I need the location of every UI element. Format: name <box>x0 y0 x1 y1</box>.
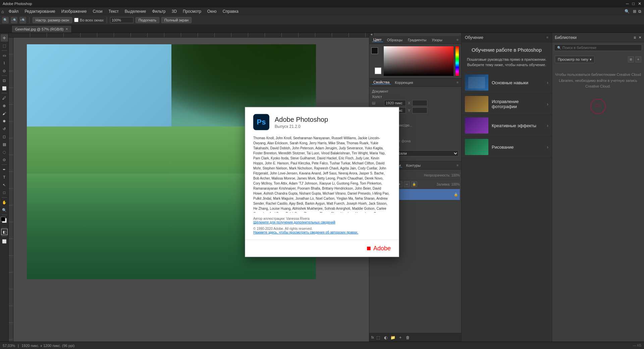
color-swatches-area[interactable] <box>371 47 381 74</box>
menu-item-view[interactable]: Просмотр <box>180 8 204 14</box>
frame-tool[interactable]: ⬜ <box>1 85 8 92</box>
panels-collapse-bar[interactable]: ◀ <box>369 33 373 36</box>
title-bar-controls[interactable]: ─ □ ✕ <box>626 1 641 6</box>
dodge-tool[interactable]: ⊙ <box>1 156 8 163</box>
eraser-tool[interactable]: ◻ <box>1 133 8 140</box>
quick-mask-tool[interactable]: ◧ <box>1 229 8 235</box>
menu-item-filter[interactable]: Фильтр <box>149 8 168 14</box>
learn-card-photo[interactable]: Исправление фотографии › <box>462 94 552 115</box>
zoom-in-icon[interactable]: +🔍 <box>19 17 26 23</box>
dialog-copyright-link[interactable]: Нажмите здесь, чтобы просмотреть сведени… <box>253 231 358 234</box>
delete-layer-button[interactable]: 🗑 <box>405 335 411 341</box>
history-brush-tool[interactable]: ↺ <box>1 125 8 133</box>
lock-icon-3[interactable]: ↔ <box>404 181 410 187</box>
screen-mode-tool[interactable]: ⬜ <box>1 238 8 245</box>
properties-tab-label[interactable]: Свойства <box>372 80 391 85</box>
zoom-tool[interactable]: 🔍 <box>1 206 8 214</box>
text-tool[interactable]: T <box>1 173 8 181</box>
libraries-search[interactable]: 🔍 <box>554 44 642 51</box>
close-button[interactable]: ✕ <box>638 1 641 6</box>
menu-item-file[interactable]: Файл <box>6 8 21 14</box>
patterns-tab[interactable]: Узоры <box>430 38 443 42</box>
properties-panel-header[interactable]: Свойства Коррекция ≡ <box>369 79 461 87</box>
x-input[interactable] <box>412 100 427 106</box>
path-select-tool[interactable]: ↖ <box>1 181 8 189</box>
marquee-tool[interactable]: ▭ <box>1 52 8 59</box>
blur-tool[interactable]: ◌ <box>1 148 8 156</box>
units-select[interactable]: Пиксели <box>389 150 459 156</box>
move-tool[interactable]: ✛ <box>1 34 8 42</box>
color-panel-header[interactable]: Цвет Образцы Градиенты Узоры ≡ <box>369 36 461 44</box>
width-input[interactable] <box>384 100 406 106</box>
learn-panel-expand[interactable]: ≡ <box>546 36 548 39</box>
libraries-search-input[interactable] <box>562 46 639 50</box>
shape-tool[interactable]: □ <box>1 189 8 196</box>
menu-item-help[interactable]: Справка <box>220 8 241 14</box>
gradients-tab[interactable]: Градиенты <box>407 38 428 42</box>
artboard-tool[interactable]: ⬚ <box>1 42 8 49</box>
menu-item-layers[interactable]: Слои <box>90 8 105 14</box>
brush-tool[interactable]: 🖌 <box>1 110 8 117</box>
minimize-button[interactable]: ─ <box>626 1 629 6</box>
crop-tool[interactable]: ⊡ <box>1 77 8 84</box>
menu-home-icon[interactable]: ⌂ <box>1 9 4 14</box>
bg-color-box[interactable] <box>375 67 381 74</box>
learn-card-basic[interactable]: Основные навыки › <box>462 72 552 94</box>
hue-slider[interactable] <box>455 46 459 76</box>
fill-button[interactable]: Подогнать <box>136 17 159 23</box>
fit-all-checkbox[interactable] <box>74 18 78 22</box>
fit-size-button[interactable]: Настр. размер окон <box>33 17 72 23</box>
hand-tool[interactable]: ✋ <box>1 199 8 206</box>
menu-item-edit[interactable]: Редактирование <box>22 8 58 14</box>
fullscreen-button[interactable]: Полный экран <box>161 17 192 23</box>
fit-all-windows-check[interactable]: Во всех окнах <box>74 18 104 22</box>
grid-view-button[interactable]: ⊞ <box>628 56 634 62</box>
stamp-tool[interactable]: ✱ <box>1 117 8 125</box>
new-layer-button[interactable]: + <box>397 335 404 341</box>
libraries-expand-icon[interactable]: ≡ <box>634 35 636 40</box>
gradient-tool[interactable]: ▤ <box>1 141 8 148</box>
menu-item-text[interactable]: Текст <box>106 8 121 14</box>
pen-tool[interactable]: ✒ <box>1 166 8 173</box>
zoom-input[interactable] <box>110 17 133 23</box>
lasso-tool[interactable]: ⌇ <box>1 59 8 67</box>
lock-icon-4[interactable]: 🔒 <box>411 181 417 187</box>
swatches-tab[interactable]: Образцы <box>386 38 404 42</box>
learn-card-drawing[interactable]: Рисование › <box>462 137 552 158</box>
adjustments-button[interactable]: ◐ <box>383 335 389 341</box>
fg-color-swatch[interactable] <box>1 217 5 221</box>
menu-item-image[interactable]: Изображение <box>59 8 90 14</box>
tool-options-icon[interactable]: 🔍 <box>2 17 9 23</box>
learn-card-creative[interactable]: Креативные эффекты › <box>462 115 552 137</box>
search-icon[interactable]: 🔍 <box>625 9 630 14</box>
zoom-out-icon[interactable]: −🔍 <box>11 17 17 23</box>
workspace-icon[interactable]: ⊞ <box>633 9 636 14</box>
document-tab[interactable]: GeenNat.jpg @ 57% (RGB/8) ✕ <box>11 25 72 33</box>
libraries-close-icon[interactable]: ✕ <box>639 36 641 39</box>
correction-tab-label[interactable]: Коррекция <box>393 81 414 85</box>
menu-item-window[interactable]: Окно <box>205 8 219 14</box>
fg-color-box[interactable] <box>371 47 378 54</box>
list-view-button[interactable]: ≡ <box>635 56 641 62</box>
eyedropper-tool[interactable]: 🖊 <box>1 94 8 102</box>
dialog-more-info-link[interactable]: Щёлкните для получения дополнительных св… <box>253 220 335 224</box>
menu-item-3d[interactable]: 3D <box>169 8 179 14</box>
color-panel-menu-icon[interactable]: ≡ <box>457 38 459 42</box>
channels-menu-icon[interactable]: ≡ <box>457 163 459 167</box>
view-type-button[interactable]: Просмотр по типу ▾ <box>555 56 595 63</box>
properties-menu-icon[interactable]: ≡ <box>457 81 459 84</box>
quick-select-tool[interactable]: ⊙ <box>1 67 8 74</box>
color-tab[interactable]: Цвет <box>372 38 383 42</box>
color-selector[interactable] <box>1 217 8 226</box>
add-mask-button[interactable]: ⬚ <box>375 335 381 341</box>
fx-button[interactable]: fx <box>371 336 374 339</box>
y-input[interactable] <box>412 107 427 113</box>
arrange-icon[interactable]: ⧉ <box>638 9 641 14</box>
healing-tool[interactable]: ⊕ <box>1 102 8 109</box>
color-saturation-box[interactable] <box>383 46 454 76</box>
paths-tab-link[interactable]: Контуры <box>405 163 422 167</box>
maximize-button[interactable]: □ <box>632 1 635 6</box>
tab-close-button[interactable]: ✕ <box>65 27 68 31</box>
group-button[interactable]: 📁 <box>390 335 396 341</box>
menu-item-select[interactable]: Выделение <box>122 8 149 14</box>
